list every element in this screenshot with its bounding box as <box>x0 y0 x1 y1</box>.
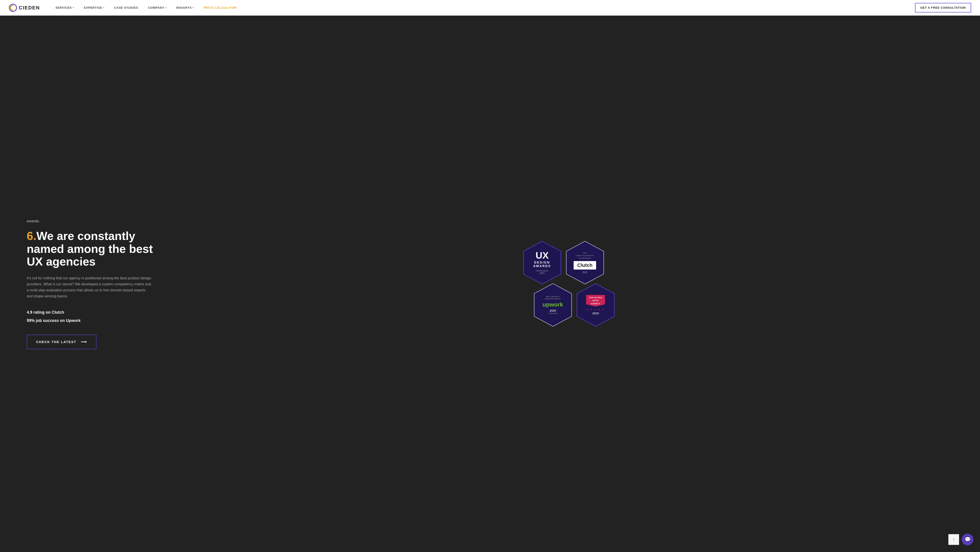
clutch-brand: Clutch <box>574 261 596 270</box>
awards-text: AWARDS <box>533 264 551 268</box>
ux-year: 2024 <box>533 272 551 274</box>
nav-item-expertise[interactable]: EXPERTISE ▾ <box>79 0 109 16</box>
hero-stats: 4.9 rating on Clutch 99% job success on … <box>27 310 165 323</box>
award-ux-design: UX DESIGN AWARDS nominated 2024 <box>522 240 562 285</box>
heading-number: 6. <box>27 230 36 242</box>
award-upwork: BEST DESIGN &CREATIVE AGENCY upwork 2020… <box>533 283 573 327</box>
logo-icon <box>9 4 17 12</box>
accent-dot: . <box>39 218 40 223</box>
hero-section: awards. 6.We are constantly named among … <box>0 16 980 552</box>
hero-content-left: awards. 6.We are constantly named among … <box>27 218 165 349</box>
navbar: CIEDEN SERVICES ▾ EXPERTISE ▾ CASE STUDI… <box>0 0 980 16</box>
upwork-brand: upwork <box>542 301 563 308</box>
scroll-top-button[interactable]: ↑ <box>948 534 959 545</box>
chat-icon: 💬 <box>965 537 970 542</box>
upwork-country: UKRAINE <box>542 312 563 314</box>
hero-heading: 6.We are constantly named among the best… <box>27 230 165 268</box>
get-consultation-button[interactable]: GET A FREE CONSULTATION <box>915 3 971 13</box>
nav-item-case-studies[interactable]: CASE STUDIES <box>109 0 143 16</box>
award-clutch: TOPUSER RESEARCHCOMPANIES Clutch 2022 <box>565 240 605 285</box>
chevron-down-icon: ▾ <box>73 6 74 9</box>
stat-upwork: 99% job success on Upwork <box>27 318 165 323</box>
design-text: DESIGN <box>533 261 551 264</box>
upwork-top-label: BEST DESIGN &CREATIVE AGENCY <box>542 295 563 300</box>
nav-item-company[interactable]: COMPANY ▾ <box>143 0 171 16</box>
chevron-down-icon: ▾ <box>165 6 166 9</box>
nav-item-insights[interactable]: INSIGHTS ▾ <box>171 0 199 16</box>
chevron-down-icon: ▾ <box>192 6 194 9</box>
nominated-text: nominated <box>533 270 551 272</box>
nav-links: SERVICES ▾ EXPERTISE ▾ CASE STUDIES COMP… <box>51 0 915 16</box>
nav-item-price-calculator[interactable]: PRICE CALCULATOR <box>199 0 242 16</box>
arrow-up-icon: ↑ <box>953 537 955 542</box>
award-toprated: TOP-RATEDUX/UIAGENCY ★ ★ ★ ★ ★ 2019 <box>576 283 616 327</box>
check-latest-button[interactable]: CHECK THE LATEST ⟶ <box>27 335 96 349</box>
toprated-banner: TOP-RATEDUX/UIAGENCY <box>586 295 605 307</box>
floating-buttons: ↑ 💬 <box>948 534 973 545</box>
ux-logo-large: UX <box>533 251 551 260</box>
arrow-icon: ⟶ <box>81 340 87 345</box>
upwork-year: 2020 <box>542 309 563 312</box>
awards-grid: UX DESIGN AWARDS nominated 2024 TOPUSER … <box>165 240 962 327</box>
hero-description: It's not for nothing that our agency is … <box>27 275 151 299</box>
clutch-year: 2022 <box>574 271 596 274</box>
clutch-top-label: TOPUSER RESEARCHCOMPANIES <box>574 252 596 260</box>
chevron-down-icon: ▾ <box>103 6 105 9</box>
section-label: awards. <box>27 218 165 223</box>
toprated-stars: ★ ★ ★ ★ ★ <box>586 308 605 311</box>
chat-button[interactable]: 💬 <box>962 534 973 545</box>
toprated-year: 2019 <box>586 312 605 315</box>
nav-item-services[interactable]: SERVICES ▾ <box>51 0 79 16</box>
logo-link[interactable]: CIEDEN <box>9 4 40 12</box>
logo-text: CIEDEN <box>19 5 40 11</box>
stat-clutch: 4.9 rating on Clutch <box>27 310 165 315</box>
